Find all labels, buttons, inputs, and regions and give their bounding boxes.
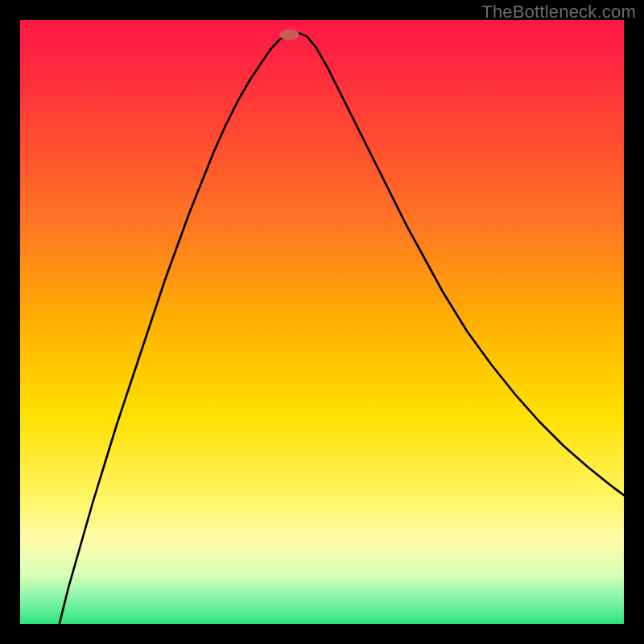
chart-frame: TheBottleneck.com: [0, 0, 644, 644]
optimal-marker: [280, 29, 299, 40]
bottleneck-chart: [20, 20, 624, 624]
plot-area: [20, 20, 624, 624]
gradient-background: [20, 20, 624, 624]
